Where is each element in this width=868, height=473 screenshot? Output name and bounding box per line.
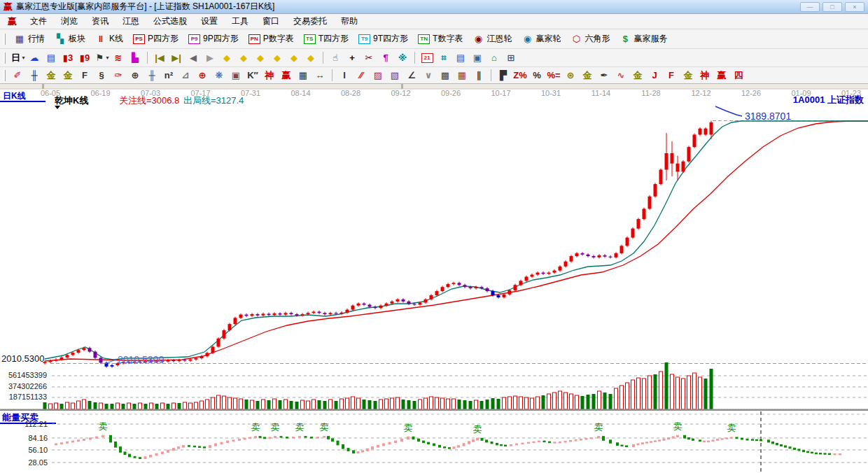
ab-wave-button[interactable]: ∿ xyxy=(613,69,629,83)
winner-service-button[interactable]: $赢家服务 xyxy=(615,31,672,46)
shrink-horizontal-button[interactable]: ◆ xyxy=(270,51,285,65)
menu-item-window[interactable]: 窗口 xyxy=(255,14,286,29)
arrow-grid-button[interactable]: ▦ xyxy=(454,69,470,83)
ink-flag-button[interactable]: ✒ xyxy=(596,69,612,83)
p-number-table-button[interactable]: PNP数字表 xyxy=(244,31,299,46)
gold-angle-button[interactable]: 金 xyxy=(680,69,696,83)
print-button[interactable]: ⊞ xyxy=(503,51,519,65)
save-layout-button[interactable]: ▣ xyxy=(470,51,485,65)
mark-tool-button[interactable]: ¶ xyxy=(378,51,393,65)
menu-item-help[interactable]: 帮助 xyxy=(334,14,365,29)
bars-3-button[interactable]: ▮3 xyxy=(60,51,76,65)
ying-grid-button[interactable]: 赢 xyxy=(279,69,294,83)
quotes-button[interactable]: ▦行情 xyxy=(9,31,50,46)
menu-item-news[interactable]: 资讯 xyxy=(85,14,115,29)
beam-tool-button[interactable]: I xyxy=(337,69,352,83)
zigzag-button[interactable]: ∨ xyxy=(421,69,436,83)
shen-grid-button[interactable]: 神 xyxy=(262,69,277,83)
shift-left-button[interactable]: ◆ xyxy=(219,51,234,65)
fib-grid-button[interactable]: F xyxy=(77,69,92,83)
menu-item-formula-stock-pick[interactable]: 公式选股 xyxy=(146,14,194,29)
shrink-vertical-button[interactable]: ◆ xyxy=(286,51,302,65)
gann-wheel-button[interactable]: ◉江恩轮 xyxy=(468,31,517,46)
marker-pen-button[interactable]: ✑ xyxy=(111,69,126,83)
k-count-button[interactable]: K″ xyxy=(245,69,260,83)
star-grid-button[interactable]: ❋ xyxy=(211,69,227,83)
percent-button[interactable]: % xyxy=(529,69,545,83)
next-bar-button[interactable]: ▶ xyxy=(202,51,218,65)
shift-right-button[interactable]: ◆ xyxy=(236,51,251,65)
nine-p-square-button[interactable]: P99P四方形 xyxy=(183,31,244,46)
ruler-grid-button[interactable]: ╫ xyxy=(144,69,160,83)
pen-tool-button[interactable]: ✐ xyxy=(10,69,25,83)
close-button[interactable]: × xyxy=(845,2,864,12)
gann-target-button[interactable]: ⊕ xyxy=(195,69,210,83)
pane-divider[interactable] xyxy=(0,409,868,411)
mirror-angle-button[interactable]: ⊿ xyxy=(178,69,193,83)
ying-angle-button[interactable]: 赢 xyxy=(714,69,729,83)
expand-horizontal-button[interactable]: ◆ xyxy=(253,51,268,65)
model-dropdown-icon[interactable] xyxy=(55,106,60,109)
first-bar-button[interactable]: |◀ xyxy=(152,51,167,65)
period-daily-button[interactable]: 日▾ xyxy=(10,51,25,65)
fan-box-button[interactable]: ▨ xyxy=(370,69,386,83)
menu-item-trade-order[interactable]: 交易委托 xyxy=(286,14,334,29)
last-bar-button[interactable]: ▶| xyxy=(169,51,184,65)
crosshair-tool-button[interactable]: + xyxy=(344,51,360,65)
shen-angle-button[interactable]: 神 xyxy=(697,69,713,83)
expand-vertical-button[interactable]: ◆ xyxy=(303,51,318,65)
winner-wheel-button[interactable]: ◉赢家轮 xyxy=(517,31,566,46)
menu-item-file[interactable]: 文件 xyxy=(23,14,54,29)
bars-9-button[interactable]: ▮9 xyxy=(77,51,92,65)
model-label[interactable]: 乾坤K线 xyxy=(55,95,88,106)
chart-mode-button[interactable]: ☁ xyxy=(27,51,42,65)
analysis-tool-button[interactable]: ※ xyxy=(395,51,410,65)
calculator-button[interactable]: ⌗ xyxy=(436,51,451,65)
percent-z-button[interactable]: Z% xyxy=(512,69,528,83)
t-square-button[interactable]: TST四方形 xyxy=(299,31,354,46)
number-grid-button[interactable]: ▦ xyxy=(295,69,311,83)
span-measure-button[interactable]: ↔ xyxy=(312,69,328,83)
dense-grid-button[interactable]: ▩ xyxy=(438,69,453,83)
gold-grid-large-button[interactable]: 金 xyxy=(60,69,76,83)
measure-tool-button[interactable]: ✂ xyxy=(361,51,377,65)
menu-item-browse[interactable]: 浏览 xyxy=(54,14,85,29)
angle-set-button[interactable]: ∠ xyxy=(404,69,419,83)
gold-circle-button[interactable]: ⊛ xyxy=(563,69,578,83)
calendar-button[interactable]: 21 xyxy=(419,51,435,65)
spiral-tool-button[interactable]: § xyxy=(94,69,109,83)
time-grid-button[interactable]: ╫ xyxy=(27,69,42,83)
n-square-button[interactable]: n² xyxy=(161,69,176,83)
chart-canvas[interactable]: 06-0506-1907-0307-1707-3108-1408-2809-12… xyxy=(0,84,868,473)
percent-level-button[interactable]: %= xyxy=(546,69,561,83)
flag-tool-button[interactable]: ⚑▾ xyxy=(94,51,109,65)
j-angle-button[interactable]: J xyxy=(647,69,662,83)
menu-item-gann[interactable]: 江恩 xyxy=(115,14,146,29)
notes-button[interactable]: ▤ xyxy=(453,51,468,65)
nine-t-square-button[interactable]: T99T四方形 xyxy=(354,31,413,46)
prev-bar-button[interactable]: ◀ xyxy=(186,51,201,65)
gold-grid-small-button[interactable]: 金 xyxy=(43,69,59,83)
hand-tool-button[interactable]: ☝ xyxy=(328,51,343,65)
volume-profile-button[interactable]: ▙ xyxy=(127,51,143,65)
f-angle-button[interactable]: F xyxy=(664,69,679,83)
menu-item-tools[interactable]: 工具 xyxy=(225,14,255,29)
kline-button[interactable]: ‖K线 xyxy=(90,31,128,46)
p-square-button[interactable]: PSP四方形 xyxy=(128,31,183,46)
parallel-lines-button[interactable]: ∥ xyxy=(471,69,486,83)
sectors-button[interactable]: ▚板块 xyxy=(50,31,90,46)
gold-wave-button[interactable]: 金 xyxy=(630,69,645,83)
cycle-circle-button[interactable]: ⊕ xyxy=(127,69,143,83)
si-angle-button[interactable]: 四 xyxy=(731,69,746,83)
gold-level-button[interactable]: 金 xyxy=(580,69,595,83)
maximize-button[interactable]: □ xyxy=(822,2,842,12)
pattern-box-button[interactable]: ▣ xyxy=(228,69,244,83)
qiankun-pattern-button[interactable]: ≋ xyxy=(111,51,126,65)
remote-service-button[interactable]: ⌂ xyxy=(486,51,502,65)
info-panel-button[interactable]: ▤ xyxy=(43,51,59,65)
minimize-button[interactable]: — xyxy=(800,2,820,12)
menu-item-settings[interactable]: 设置 xyxy=(194,14,225,29)
count-marks-button[interactable]: ▛ xyxy=(496,69,511,83)
line-box-button[interactable]: ▧ xyxy=(387,69,402,83)
fan-lines-button[interactable]: ∕∕ xyxy=(354,69,369,83)
